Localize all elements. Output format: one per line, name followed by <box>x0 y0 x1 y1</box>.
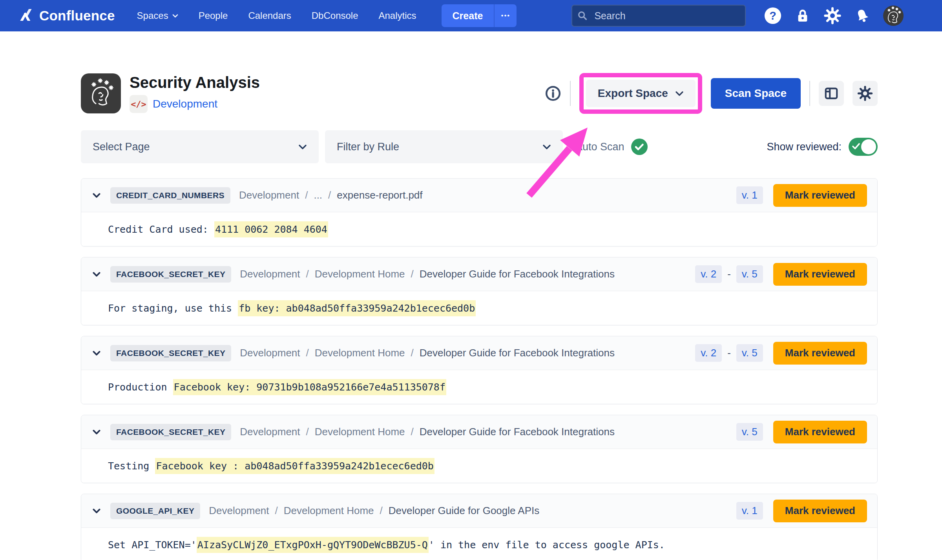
breadcrumb-separator: / <box>380 505 383 517</box>
breadcrumb-item[interactable]: Development <box>209 505 269 517</box>
nav-item-calendars[interactable]: Calendars <box>248 10 291 21</box>
nav-item-dbconsole[interactable]: DbConsole <box>312 10 358 21</box>
breadcrumb-item[interactable]: Developer Guide for Google APIs <box>389 505 539 517</box>
finding-header: FACEBOOK_SECRET_KEY Development / Develo… <box>81 336 877 370</box>
nav-item-people[interactable]: People <box>199 10 228 21</box>
toggle-check-icon <box>852 142 860 150</box>
snippet-plain: Credit Card used: <box>108 224 214 235</box>
breadcrumb-item[interactable]: Developer Guide for Facebook Integration… <box>420 268 615 280</box>
show-reviewed-toggle[interactable] <box>849 138 878 156</box>
notifications-button[interactable] <box>853 7 871 25</box>
breadcrumb-separator: / <box>305 189 308 201</box>
breadcrumb-item[interactable]: Development <box>240 426 300 438</box>
auto-scan-check-icon[interactable] <box>631 138 648 155</box>
version-badge[interactable]: v. 5 <box>736 344 763 362</box>
breadcrumb-separator: / <box>411 426 414 438</box>
snippet-highlight: 4111 0062 2084 4604 <box>214 221 328 237</box>
select-page-label: Select Page <box>93 141 150 153</box>
nav-item-spaces[interactable]: Spaces <box>137 10 178 21</box>
create-more-button[interactable]: ••• <box>494 4 517 27</box>
sidebar-layout-button[interactable] <box>819 81 844 106</box>
filters-row: Select Page Filter by Rule Auto Scan Sho… <box>81 130 878 163</box>
notification-bell-icon <box>854 7 871 24</box>
breadcrumb-separator: / <box>275 505 278 517</box>
chevron-down-icon <box>172 14 178 18</box>
collapse-chevron-icon[interactable] <box>91 506 102 516</box>
rule-badge: GOOGLE_API_KEY <box>110 503 200 519</box>
breadcrumb-separator: / <box>306 347 309 359</box>
snippet-highlight: AIzaSyCLWjZ0_ETxgPOxH-gQYT9ODeWcBBZU5-Q <box>197 537 429 553</box>
breadcrumb-item[interactable]: Developer Guide for Facebook Integration… <box>420 347 615 359</box>
version-badge[interactable]: v. 5 <box>736 265 763 283</box>
chevron-down-icon <box>542 144 551 150</box>
breadcrumb-item[interactable]: Development <box>240 347 300 359</box>
mark-reviewed-button[interactable]: Mark reviewed <box>773 500 867 522</box>
version-badge[interactable]: v. 5 <box>736 423 763 441</box>
breadcrumb-item[interactable]: Development <box>240 268 300 280</box>
nav-item-label: DbConsole <box>312 10 358 21</box>
snippet-plain: Testing <box>108 460 155 472</box>
breadcrumb-item[interactable]: expense-report.pdf <box>337 189 422 201</box>
info-icon[interactable] <box>545 85 561 102</box>
user-avatar[interactable] <box>883 5 904 26</box>
breadcrumb-item[interactable]: Developer Guide for Facebook Integration… <box>420 426 615 438</box>
version-badge[interactable]: v. 2 <box>695 265 722 283</box>
auto-scan-label: Auto Scan <box>575 141 624 153</box>
toggle-knob <box>861 139 876 154</box>
finding-header: FACEBOOK_SECRET_KEY Development / Develo… <box>81 415 877 449</box>
restricted-button[interactable] <box>794 7 812 25</box>
chevron-down-icon <box>298 144 307 150</box>
create-button[interactable]: Create <box>442 4 494 27</box>
breadcrumb-item[interactable]: Development Home <box>315 426 405 438</box>
version-range-separator: - <box>727 347 731 359</box>
snippet-plain: ' in the env file to access google APIs. <box>429 539 665 551</box>
snippet-text: Production Facebook key: 90731b9b108a952… <box>108 381 446 393</box>
code-chip-icon: </> <box>130 95 148 113</box>
breadcrumb-item[interactable]: Development Home <box>315 347 405 359</box>
rule-badge: FACEBOOK_SECRET_KEY <box>110 424 231 440</box>
collapse-chevron-icon[interactable] <box>91 269 102 279</box>
space-identity: Security Analysis </> Development <box>81 73 260 113</box>
select-page-dropdown[interactable]: Select Page <box>81 130 319 163</box>
space-link-development[interactable]: Development <box>153 98 217 110</box>
mark-reviewed-button[interactable]: Mark reviewed <box>773 263 867 286</box>
version-badge[interactable]: v. 1 <box>736 502 763 520</box>
breadcrumb-separator: / <box>411 268 414 280</box>
snippet-text: Credit Card used: 4111 0062 2084 4604 <box>108 224 328 235</box>
snippet-text: Testing Facebook key : ab048ad50ffa33959… <box>108 460 434 472</box>
help-icon: ? <box>764 7 782 25</box>
breadcrumb: Development / Development Home / Develop… <box>240 347 615 359</box>
snippet-plain: Set API_TOKEN=' <box>108 539 197 551</box>
version-badge[interactable]: v. 2 <box>695 344 722 362</box>
show-reviewed-label: Show reviewed: <box>767 141 842 153</box>
help-button[interactable]: ? <box>764 7 782 25</box>
nav-item-analytics[interactable]: Analytics <box>379 10 416 21</box>
breadcrumb-item[interactable]: Development Home <box>315 268 405 280</box>
confluence-logo-icon <box>18 7 34 24</box>
confluence-logo[interactable]: Confluence <box>18 7 115 24</box>
breadcrumb: Development / Development Home / Develop… <box>240 268 615 280</box>
export-space-button[interactable]: Export Space <box>586 80 696 107</box>
collapse-chevron-icon[interactable] <box>91 348 102 358</box>
collapse-chevron-icon[interactable] <box>91 190 102 201</box>
lock-icon <box>794 7 811 24</box>
finding-actions: v. 2 - v. 5 Mark reviewed <box>695 342 867 365</box>
settings-button[interactable] <box>823 7 842 25</box>
version-badge[interactable]: v. 1 <box>736 186 763 204</box>
breadcrumb-ellipsis[interactable]: ... <box>314 189 322 201</box>
collapse-chevron-icon[interactable] <box>91 427 102 437</box>
filter-by-rule-dropdown[interactable]: Filter by Rule <box>325 130 563 163</box>
finding-actions: v. 2 - v. 5 Mark reviewed <box>695 263 867 286</box>
nav-item-label: People <box>199 10 228 21</box>
mark-reviewed-button[interactable]: Mark reviewed <box>773 421 867 443</box>
scan-space-button[interactable]: Scan Space <box>711 78 801 109</box>
breadcrumb-item[interactable]: Development <box>239 189 299 201</box>
search-input[interactable] <box>571 5 746 27</box>
snippet-highlight: Facebook key : ab048ad50ffa33959a242b1ec… <box>155 458 434 474</box>
nav-item-label: Spaces <box>137 10 168 21</box>
mark-reviewed-button[interactable]: Mark reviewed <box>773 342 867 365</box>
space-settings-button[interactable] <box>853 81 878 106</box>
breadcrumb-separator: / <box>306 426 309 438</box>
mark-reviewed-button[interactable]: Mark reviewed <box>773 184 867 207</box>
breadcrumb-item[interactable]: Development Home <box>284 505 374 517</box>
